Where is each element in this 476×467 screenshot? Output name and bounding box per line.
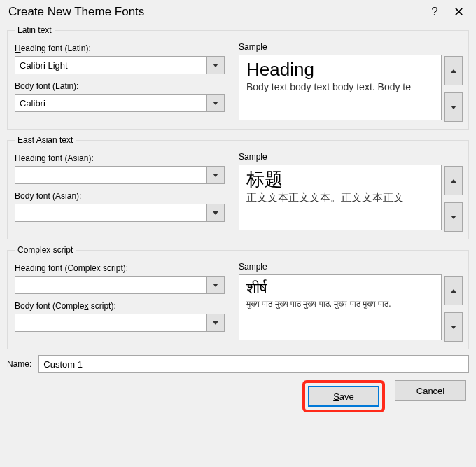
asian-body-label: Body font (Asian):: [15, 191, 225, 201]
section-asian-legend: East Asian text: [15, 135, 76, 145]
chevron-down-icon[interactable]: [206, 94, 225, 112]
section-latin: Latin text Heading font (Latin): Body fo…: [7, 25, 469, 130]
latin-body-label: Body font (Latin):: [15, 81, 225, 91]
latin-body-combo[interactable]: [15, 94, 225, 112]
spin-up-icon[interactable]: [444, 166, 463, 195]
section-latin-legend: Latin text: [15, 25, 55, 35]
complex-sample-body: मुख्य पाठ मुख्य पाठ मुख्य पाठ. मुख्य पाठ…: [246, 299, 434, 309]
latin-sample-label: Sample: [239, 42, 442, 52]
section-complex: Complex script Heading font (Complex scr…: [7, 245, 469, 349]
spin-up-icon[interactable]: [444, 56, 463, 85]
complex-sample-heading: शीर्ष: [246, 279, 434, 298]
complex-heading-combo[interactable]: [15, 276, 225, 294]
asian-sample-body: 正文文本正文文本。正文文本正文: [246, 191, 434, 204]
complex-heading-input[interactable]: [15, 276, 206, 294]
help-icon[interactable]: ?: [423, 5, 447, 19]
chevron-down-icon[interactable]: [206, 314, 225, 332]
asian-body-input[interactable]: [15, 204, 206, 222]
latin-heading-combo[interactable]: [15, 56, 225, 74]
name-input[interactable]: [38, 355, 469, 373]
latin-body-input[interactable]: [15, 94, 206, 112]
chevron-down-icon[interactable]: [206, 166, 225, 184]
spin-down-icon[interactable]: [444, 202, 463, 232]
complex-body-label: Body font (Complex script):: [15, 301, 225, 311]
spin-up-icon[interactable]: [444, 276, 463, 305]
asian-sample-box: 标题 正文文本正文文本。正文文本正文: [239, 165, 442, 230]
chevron-down-icon[interactable]: [206, 56, 225, 74]
dialog-title: Create New Theme Fonts: [8, 5, 423, 19]
complex-body-combo[interactable]: [15, 314, 225, 332]
asian-sample-heading: 标题: [246, 169, 434, 190]
section-asian: East Asian text Heading font (Asian): Bo…: [7, 135, 469, 239]
save-button[interactable]: Save: [308, 386, 379, 407]
section-complex-legend: Complex script: [15, 245, 76, 255]
complex-sample-label: Sample: [239, 262, 442, 272]
asian-sample-label: Sample: [239, 152, 442, 162]
latin-sample-body: Body text body text body text. Body te: [246, 81, 434, 92]
complex-body-input[interactable]: [15, 314, 206, 332]
asian-heading-label: Heading font (Asian):: [15, 153, 225, 163]
asian-body-combo[interactable]: [15, 204, 225, 222]
name-label: Name:: [7, 359, 31, 369]
chevron-down-icon[interactable]: [206, 276, 225, 294]
cancel-button[interactable]: Cancel: [395, 380, 466, 401]
close-icon[interactable]: ✕: [447, 4, 470, 20]
asian-heading-combo[interactable]: [15, 166, 225, 184]
latin-sample-heading: Heading: [246, 60, 434, 80]
spin-down-icon[interactable]: [444, 92, 463, 122]
asian-heading-input[interactable]: [15, 166, 206, 184]
save-highlight: Save: [302, 380, 385, 412]
latin-sample-box: Heading Body text body text body text. B…: [239, 55, 442, 120]
latin-heading-label: Heading font (Latin):: [15, 43, 225, 53]
complex-sample-box: शीर्ष मुख्य पाठ मुख्य पाठ मुख्य पाठ. मुख…: [239, 274, 442, 340]
complex-heading-label: Heading font (Complex script):: [15, 263, 225, 273]
latin-heading-input[interactable]: [15, 56, 206, 74]
chevron-down-icon[interactable]: [206, 204, 225, 222]
spin-down-icon[interactable]: [444, 312, 463, 342]
title-bar: Create New Theme Fonts ? ✕: [0, 0, 476, 20]
